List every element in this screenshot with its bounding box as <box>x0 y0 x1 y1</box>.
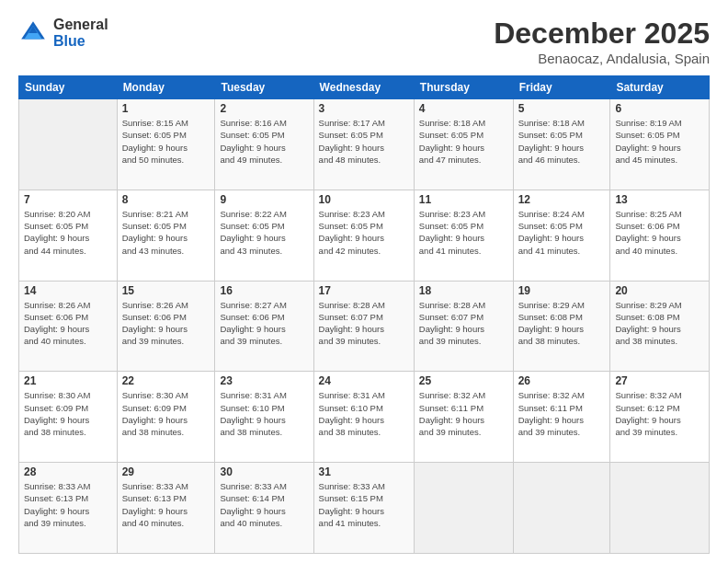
calendar-day-header: Wednesday <box>313 76 414 99</box>
day-number: 8 <box>122 193 210 206</box>
calendar-cell: 14Sunrise: 8:26 AM Sunset: 6:06 PM Dayli… <box>19 281 118 372</box>
day-info: Sunrise: 8:18 AM Sunset: 6:05 PM Dayligh… <box>518 117 606 166</box>
calendar-cell: 1Sunrise: 8:15 AM Sunset: 6:05 PM Daylig… <box>117 99 215 190</box>
logo-general: General <box>53 17 108 32</box>
calendar-cell <box>610 463 710 554</box>
calendar-week-row: 28Sunrise: 8:33 AM Sunset: 6:13 PM Dayli… <box>19 463 710 554</box>
calendar-day-header: Friday <box>513 76 610 99</box>
day-number: 13 <box>615 193 704 206</box>
day-number: 23 <box>220 374 308 387</box>
calendar-cell: 19Sunrise: 8:29 AM Sunset: 6:08 PM Dayli… <box>513 281 610 372</box>
calendar-cell: 8Sunrise: 8:21 AM Sunset: 6:05 PM Daylig… <box>117 190 215 281</box>
day-number: 3 <box>319 102 409 115</box>
calendar-cell: 5Sunrise: 8:18 AM Sunset: 6:05 PM Daylig… <box>513 99 610 190</box>
calendar-cell: 24Sunrise: 8:31 AM Sunset: 6:10 PM Dayli… <box>313 372 414 463</box>
calendar-cell: 3Sunrise: 8:17 AM Sunset: 6:05 PM Daylig… <box>313 99 414 190</box>
day-info: Sunrise: 8:29 AM Sunset: 6:08 PM Dayligh… <box>518 299 606 348</box>
day-info: Sunrise: 8:23 AM Sunset: 6:05 PM Dayligh… <box>419 208 508 257</box>
calendar-cell: 6Sunrise: 8:19 AM Sunset: 6:05 PM Daylig… <box>610 99 710 190</box>
logo-icon <box>18 18 48 48</box>
calendar-cell: 2Sunrise: 8:16 AM Sunset: 6:05 PM Daylig… <box>215 99 313 190</box>
day-number: 4 <box>419 102 508 115</box>
day-info: Sunrise: 8:29 AM Sunset: 6:08 PM Dayligh… <box>615 299 704 348</box>
logo: General Blue <box>18 17 108 50</box>
calendar-week-row: 1Sunrise: 8:15 AM Sunset: 6:05 PM Daylig… <box>19 99 710 190</box>
calendar-day-header: Monday <box>117 76 215 99</box>
calendar-cell: 29Sunrise: 8:33 AM Sunset: 6:13 PM Dayli… <box>117 463 215 554</box>
day-info: Sunrise: 8:33 AM Sunset: 6:14 PM Dayligh… <box>220 480 308 529</box>
day-number: 29 <box>122 465 210 478</box>
day-info: Sunrise: 8:32 AM Sunset: 6:12 PM Dayligh… <box>615 389 704 438</box>
calendar-cell: 13Sunrise: 8:25 AM Sunset: 6:06 PM Dayli… <box>610 190 710 281</box>
calendar-cell: 7Sunrise: 8:20 AM Sunset: 6:05 PM Daylig… <box>19 190 118 281</box>
day-info: Sunrise: 8:33 AM Sunset: 6:13 PM Dayligh… <box>24 480 112 529</box>
day-info: Sunrise: 8:24 AM Sunset: 6:05 PM Dayligh… <box>518 208 606 257</box>
day-info: Sunrise: 8:17 AM Sunset: 6:05 PM Dayligh… <box>319 117 409 166</box>
day-number: 9 <box>220 193 308 206</box>
calendar-cell <box>19 99 118 190</box>
calendar-week-row: 7Sunrise: 8:20 AM Sunset: 6:05 PM Daylig… <box>19 190 710 281</box>
day-number: 18 <box>419 284 508 297</box>
calendar-cell: 30Sunrise: 8:33 AM Sunset: 6:14 PM Dayli… <box>215 463 313 554</box>
day-number: 11 <box>419 193 508 206</box>
day-info: Sunrise: 8:21 AM Sunset: 6:05 PM Dayligh… <box>122 208 210 257</box>
day-info: Sunrise: 8:31 AM Sunset: 6:10 PM Dayligh… <box>220 389 308 438</box>
day-number: 10 <box>319 193 409 206</box>
day-info: Sunrise: 8:15 AM Sunset: 6:05 PM Dayligh… <box>122 117 210 166</box>
day-number: 28 <box>24 465 112 478</box>
day-number: 24 <box>319 374 409 387</box>
calendar-cell <box>513 463 610 554</box>
day-number: 22 <box>122 374 210 387</box>
day-number: 21 <box>24 374 112 387</box>
calendar-cell: 21Sunrise: 8:30 AM Sunset: 6:09 PM Dayli… <box>19 372 118 463</box>
calendar-week-row: 21Sunrise: 8:30 AM Sunset: 6:09 PM Dayli… <box>19 372 710 463</box>
day-number: 16 <box>220 284 308 297</box>
calendar-cell: 17Sunrise: 8:28 AM Sunset: 6:07 PM Dayli… <box>313 281 414 372</box>
day-info: Sunrise: 8:32 AM Sunset: 6:11 PM Dayligh… <box>518 389 606 438</box>
calendar-cell: 10Sunrise: 8:23 AM Sunset: 6:05 PM Dayli… <box>313 190 414 281</box>
day-info: Sunrise: 8:16 AM Sunset: 6:05 PM Dayligh… <box>220 117 308 166</box>
header: General Blue December 2025 Benaocaz, And… <box>18 17 710 66</box>
calendar-day-header: Saturday <box>610 76 710 99</box>
calendar-day-header: Sunday <box>19 76 118 99</box>
day-number: 2 <box>220 102 308 115</box>
day-number: 27 <box>615 374 704 387</box>
calendar-cell: 20Sunrise: 8:29 AM Sunset: 6:08 PM Dayli… <box>610 281 710 372</box>
day-number: 26 <box>518 374 606 387</box>
day-info: Sunrise: 8:31 AM Sunset: 6:10 PM Dayligh… <box>319 389 409 438</box>
day-info: Sunrise: 8:30 AM Sunset: 6:09 PM Dayligh… <box>122 389 210 438</box>
calendar-header-row: SundayMondayTuesdayWednesdayThursdayFrid… <box>19 76 710 99</box>
calendar-cell: 27Sunrise: 8:32 AM Sunset: 6:12 PM Dayli… <box>610 372 710 463</box>
calendar-cell: 25Sunrise: 8:32 AM Sunset: 6:11 PM Dayli… <box>414 372 513 463</box>
calendar-cell: 18Sunrise: 8:28 AM Sunset: 6:07 PM Dayli… <box>414 281 513 372</box>
day-number: 17 <box>319 284 409 297</box>
day-info: Sunrise: 8:19 AM Sunset: 6:05 PM Dayligh… <box>615 117 704 166</box>
location: Benaocaz, Andalusia, Spain <box>494 51 710 66</box>
calendar-day-header: Tuesday <box>215 76 313 99</box>
calendar-cell: 23Sunrise: 8:31 AM Sunset: 6:10 PM Dayli… <box>215 372 313 463</box>
calendar-cell: 31Sunrise: 8:33 AM Sunset: 6:15 PM Dayli… <box>313 463 414 554</box>
day-number: 30 <box>220 465 308 478</box>
day-info: Sunrise: 8:32 AM Sunset: 6:11 PM Dayligh… <box>419 389 508 438</box>
day-info: Sunrise: 8:18 AM Sunset: 6:05 PM Dayligh… <box>419 117 508 166</box>
day-number: 31 <box>319 465 409 478</box>
calendar-cell: 16Sunrise: 8:27 AM Sunset: 6:06 PM Dayli… <box>215 281 313 372</box>
day-info: Sunrise: 8:23 AM Sunset: 6:05 PM Dayligh… <box>319 208 409 257</box>
logo-blue: Blue <box>53 33 85 49</box>
day-info: Sunrise: 8:28 AM Sunset: 6:07 PM Dayligh… <box>319 299 409 348</box>
day-info: Sunrise: 8:33 AM Sunset: 6:15 PM Dayligh… <box>319 480 409 529</box>
day-number: 15 <box>122 284 210 297</box>
title-block: December 2025 Benaocaz, Andalusia, Spain <box>494 17 710 66</box>
day-number: 7 <box>24 193 112 206</box>
day-info: Sunrise: 8:26 AM Sunset: 6:06 PM Dayligh… <box>24 299 112 348</box>
day-number: 5 <box>518 102 606 115</box>
calendar-day-header: Thursday <box>414 76 513 99</box>
calendar-cell: 4Sunrise: 8:18 AM Sunset: 6:05 PM Daylig… <box>414 99 513 190</box>
day-number: 25 <box>419 374 508 387</box>
calendar-cell: 22Sunrise: 8:30 AM Sunset: 6:09 PM Dayli… <box>117 372 215 463</box>
day-info: Sunrise: 8:22 AM Sunset: 6:05 PM Dayligh… <box>220 208 308 257</box>
day-info: Sunrise: 8:26 AM Sunset: 6:06 PM Dayligh… <box>122 299 210 348</box>
calendar-table: SundayMondayTuesdayWednesdayThursdayFrid… <box>18 75 710 554</box>
calendar-cell: 12Sunrise: 8:24 AM Sunset: 6:05 PM Dayli… <box>513 190 610 281</box>
day-info: Sunrise: 8:30 AM Sunset: 6:09 PM Dayligh… <box>24 389 112 438</box>
